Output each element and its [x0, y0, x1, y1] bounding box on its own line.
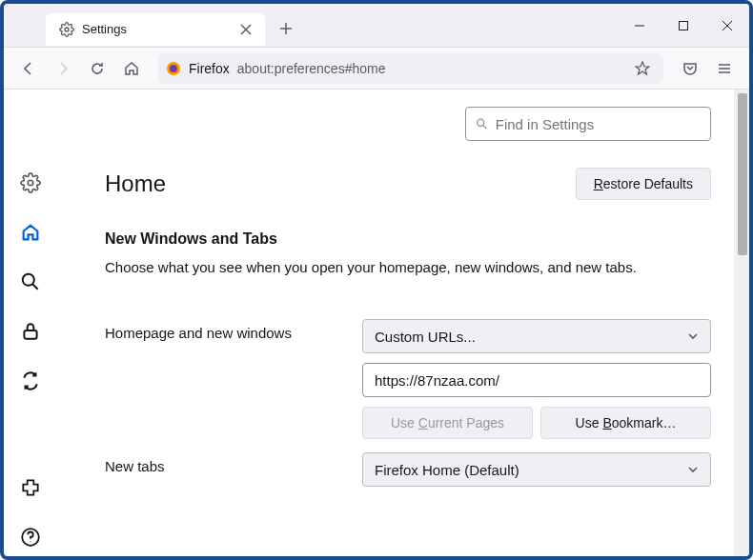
gear-icon: [59, 22, 74, 37]
scrollbar-thumb[interactable]: [738, 93, 747, 255]
new-tab-button[interactable]: [271, 13, 301, 44]
svg-rect-1: [680, 21, 688, 30]
svg-point-0: [65, 28, 69, 31]
forward-button[interactable]: [48, 53, 78, 84]
maximize-button[interactable]: [661, 10, 705, 41]
settings-search[interactable]: [465, 107, 711, 141]
svg-point-8: [478, 119, 484, 126]
svg-point-3: [170, 65, 177, 72]
search-icon: [476, 117, 488, 130]
sidebar-item-general[interactable]: [11, 164, 50, 202]
home-button[interactable]: [116, 53, 147, 84]
url-path: about:preferences#home: [237, 61, 621, 76]
sidebar-item-extensions[interactable]: [11, 469, 50, 507]
url-prefix: Firefox: [189, 61, 230, 76]
close-button[interactable]: [705, 10, 749, 41]
homepage-select[interactable]: Custom URLs...: [362, 319, 711, 353]
url-bar[interactable]: Firefox about:preferences#home: [158, 53, 663, 84]
reload-button[interactable]: [82, 53, 112, 84]
browser-tab[interactable]: Settings: [46, 13, 265, 46]
tab-close-button[interactable]: [236, 20, 255, 39]
svg-rect-6: [24, 330, 36, 339]
newtabs-select-value: Firefox Home (Default): [375, 462, 519, 478]
svg-point-5: [23, 274, 34, 286]
restore-defaults-button[interactable]: Restore Defaults: [576, 168, 711, 200]
back-button[interactable]: [13, 53, 44, 84]
page-title: Home: [105, 170, 166, 197]
sidebar-item-home[interactable]: [11, 213, 50, 251]
newtabs-setting-row: New tabs Firefox Home (Default): [105, 452, 711, 487]
section-title: New Windows and Tabs: [105, 230, 711, 248]
menu-button[interactable]: [709, 53, 740, 84]
bookmark-star-button[interactable]: [629, 55, 656, 82]
homepage-label: Homepage and new windows: [105, 319, 351, 341]
settings-main: Home Restore Defaults New Windows and Ta…: [57, 90, 749, 556]
svg-point-4: [28, 180, 33, 186]
chevron-down-icon: [687, 330, 699, 342]
content-wrapper: Home Restore Defaults New Windows and Ta…: [4, 90, 749, 556]
use-current-pages-button[interactable]: Use Current Pages: [362, 407, 533, 439]
titlebar: Settings: [4, 4, 749, 48]
newtabs-label: New tabs: [105, 452, 351, 474]
minimize-button[interactable]: [618, 10, 661, 41]
toolbar: Firefox about:preferences#home: [4, 48, 749, 90]
window-controls: [618, 10, 749, 41]
scrollbar[interactable]: ▲: [734, 90, 749, 556]
sidebar-item-search[interactable]: [11, 263, 50, 301]
newtabs-select[interactable]: Firefox Home (Default): [362, 452, 711, 487]
homepage-url-input[interactable]: [362, 363, 711, 397]
homepage-select-value: Custom URLs...: [375, 329, 476, 345]
settings-search-input[interactable]: [496, 116, 701, 132]
use-bookmark-button[interactable]: Use Bookmark…: [540, 407, 711, 439]
chevron-down-icon: [687, 464, 699, 475]
section-description: Choose what you see when you open your h…: [105, 257, 711, 277]
sidebar-item-sync[interactable]: [11, 362, 50, 400]
firefox-icon: [166, 61, 181, 76]
sidebar-item-help[interactable]: [11, 518, 50, 556]
sidebar-item-privacy[interactable]: [11, 312, 50, 350]
pocket-button[interactable]: [675, 53, 705, 84]
homepage-setting-row: Homepage and new windows Custom URLs... …: [105, 319, 711, 439]
tab-title: Settings: [82, 22, 229, 36]
settings-sidebar: [4, 90, 57, 556]
